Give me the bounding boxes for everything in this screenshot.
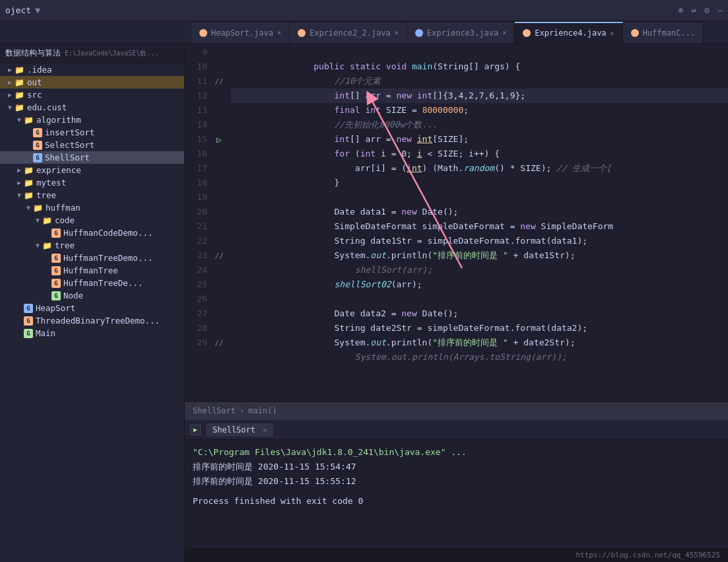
terminal-process: Process finished with exit code 0 <box>193 494 720 509</box>
arrow-algorithm: ▼ <box>15 116 24 123</box>
sidebar-item-educust[interactable]: ▼ 📁 edu.cust <box>0 101 184 114</box>
sidebar-item-huffmantree[interactable]: ▶ G HuffmanTree <box>0 264 184 277</box>
folder-icon-tree2: 📁 <box>42 241 52 250</box>
file-icon-threadedbinary: G <box>24 316 33 326</box>
folder-icon-mytest: 📁 <box>24 178 34 188</box>
tab-icon-heapsort <box>199 29 207 37</box>
label-huffmantree: HuffmanTree <box>63 265 118 275</box>
tab-close-exprience3[interactable]: × <box>502 29 506 36</box>
status-bar: https://blog.csdn.net/qq_45596525 <box>185 547 728 562</box>
sidebar-header: 数据结构与算法 E:\JavaCode\JavaSE\数... <box>0 44 184 63</box>
sidebar-item-algorithm[interactable]: ▼ 📁 algorithm <box>0 114 184 126</box>
sidebar-item-selectsort[interactable]: ▶ G SelectSort <box>0 139 184 151</box>
sidebar-item-threadedbinary[interactable]: ▶ G ThreadedBinaryTreeDemo... <box>0 314 184 327</box>
tab-label-exprience4: Exprience4.java <box>535 28 606 38</box>
label-main: Main <box>36 328 55 338</box>
add-icon[interactable]: ⊕ <box>678 5 684 15</box>
code-lines[interactable]: public static void main(String[] args) {… <box>226 44 728 402</box>
arrow-exprience: ▶ <box>15 166 24 174</box>
tab-exprience2[interactable]: Exprience2_2.java × <box>290 22 407 43</box>
breadcrumb-sep: › <box>240 406 244 415</box>
folder-icon-huffman: 📁 <box>33 203 43 213</box>
folder-icon-src: 📁 <box>15 90 24 100</box>
tab-icon-huffman <box>631 29 639 37</box>
tab-huffman[interactable]: HuffmanC... <box>623 22 704 43</box>
label-shellsort: ShellSort <box>45 153 90 162</box>
sidebar-item-out[interactable]: ▶ 📁 out <box>0 76 184 88</box>
label-tree: tree <box>36 190 56 200</box>
terminal-area: ▶ ShellSort × "C:\Program Files\Java\jdk… <box>185 419 728 547</box>
sidebar-item-idea[interactable]: ▶ 📁 .idea <box>0 63 184 76</box>
sidebar-item-exprience[interactable]: ▶ 📁 exprience <box>0 164 184 176</box>
sidebar-item-huffman[interactable]: ▼ 📁 huffman <box>0 201 184 214</box>
sidebar-item-heapsort[interactable]: ▶ G HeapSort <box>0 302 184 314</box>
arrow-tree: ▼ <box>15 192 24 199</box>
tab-icon-exprience3 <box>415 29 423 37</box>
label-algorithm: algorithm <box>36 115 81 125</box>
breadcrumb-file: ShellSort <box>193 406 236 415</box>
label-src: src <box>27 90 42 100</box>
file-icon-shellsort: G <box>33 153 42 162</box>
tab-icon-exprience4 <box>523 29 531 37</box>
sync-icon[interactable]: ⇌ <box>692 5 697 15</box>
label-code: code <box>55 215 75 225</box>
tab-label-exprience2: Exprience2_2.java <box>310 28 391 38</box>
tab-heapsort[interactable]: HeapSort.java × <box>191 22 290 43</box>
file-tree[interactable]: ▶ 📁 .idea ▶ 📁 out ▶ 📁 src ▼ <box>0 63 184 562</box>
editor-wrapper: 9 10 11 12 13 14 15 16 17 18 19 20 21 22… <box>185 44 728 562</box>
sidebar-item-tree2[interactable]: ▼ 📁 tree <box>0 239 184 252</box>
folder-icon-out: 📁 <box>15 78 24 87</box>
sidebar-item-code[interactable]: ▼ 📁 code <box>0 214 184 227</box>
file-icon-huffmandemo: G <box>51 228 61 238</box>
sidebar-item-huffmandemo[interactable]: ▶ G HuffmanCodeDemo... <box>0 227 184 239</box>
label-huffmantreedem: HuffmanTreeDemo... <box>63 253 152 263</box>
folder-icon-tree: 📁 <box>24 191 34 200</box>
label-mytest: mytest <box>36 178 66 188</box>
sidebar-item-main[interactable]: ▶ G Main <box>0 327 184 339</box>
tab-icon-exprience2 <box>298 29 306 37</box>
label-tree2: tree <box>55 240 75 250</box>
tab-label-exprience3: Exprience3.java <box>427 28 498 38</box>
code-line-9: public static void main(String[] args) { <box>231 45 728 59</box>
sidebar: 数据结构与算法 E:\JavaCode\JavaSE\数... ▶ 📁 .ide… <box>0 44 185 562</box>
project-dropdown[interactable]: ▼ <box>35 5 40 15</box>
tab-exprience4[interactable]: Exprience4.java × <box>515 22 622 43</box>
main-layout: 数据结构与算法 E:\JavaCode\JavaSE\数... ▶ 📁 .ide… <box>0 44 728 562</box>
tab-close-heapsort[interactable]: × <box>277 29 281 36</box>
breadcrumb-bar: ShellSort › main() <box>185 402 728 419</box>
tab-close-exprience4[interactable]: × <box>611 30 614 37</box>
settings-icon[interactable]: ⚙ <box>704 5 710 15</box>
sidebar-item-huffmantreede[interactable]: ▶ G HuffmanTreeDe... <box>0 277 184 289</box>
sidebar-path: E:\JavaCode\JavaSE\数... <box>65 49 158 58</box>
tab-exprience3[interactable]: Exprience3.java × <box>407 22 515 43</box>
file-icon-node: G <box>51 291 61 300</box>
breadcrumb-method: main() <box>248 406 277 415</box>
sidebar-item-mytest[interactable]: ▶ 📁 mytest <box>0 176 184 189</box>
label-exprience: exprience <box>36 165 81 175</box>
title-bar-icons: ⊕ ⇌ ⚙ — <box>678 5 723 15</box>
sidebar-item-node[interactable]: ▶ G Node <box>0 289 184 302</box>
terminal-cmd: "C:\Program Files\Java\jdk1.8.0_241\bin\… <box>193 445 720 460</box>
label-out: out <box>27 77 42 87</box>
minimize-icon[interactable]: — <box>717 5 723 15</box>
sidebar-item-huffmantreedem[interactable]: ▶ G HuffmanTreeDemo... <box>0 252 184 264</box>
terminal-tab-shellsort[interactable]: ShellSort × <box>206 423 273 437</box>
arrow-educust: ▼ <box>5 104 15 111</box>
arrow-idea: ▶ <box>5 66 15 73</box>
code-line-26: Date data2 = new Date(); <box>231 292 728 306</box>
sidebar-item-insertsort[interactable]: ▶ G insertSort <box>0 126 184 139</box>
label-huffmantreede: HuffmanTreeDe... <box>63 278 143 288</box>
editor-area: 9 10 11 12 13 14 15 16 17 18 19 20 21 22… <box>185 44 728 419</box>
terminal-tab-close[interactable]: × <box>263 427 267 434</box>
sidebar-title: 数据结构与算法 <box>5 48 61 59</box>
label-idea: .idea <box>27 65 52 75</box>
sidebar-item-tree[interactable]: ▼ 📁 tree <box>0 189 184 201</box>
file-icon-selectsort: G <box>33 141 42 150</box>
arrow-src: ▶ <box>5 91 15 98</box>
tab-close-exprience2[interactable]: × <box>395 29 399 36</box>
code-content[interactable]: 9 10 11 12 13 14 15 16 17 18 19 20 21 22… <box>185 44 728 402</box>
sidebar-item-shellsort[interactable]: ▶ G ShellSort <box>0 151 184 164</box>
run-icon[interactable]: ▶ <box>190 425 201 435</box>
sidebar-item-src[interactable]: ▶ 📁 src <box>0 88 184 101</box>
terminal-output-2: 排序前的时间是 2020-11-15 15:55:12 <box>193 474 720 489</box>
